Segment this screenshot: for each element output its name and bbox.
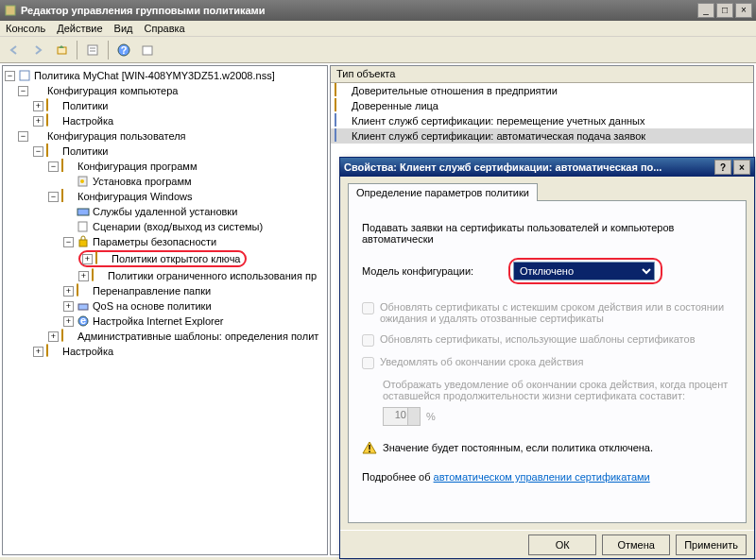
tree-restricted-policies[interactable]: Политики ограниченного использования пр xyxy=(108,270,317,281)
tree-qos[interactable]: QoS на основе политики xyxy=(93,300,212,312)
expand-icon[interactable]: + xyxy=(33,347,43,357)
more-info-link[interactable]: автоматическом управлении сертификатами xyxy=(434,471,650,483)
tree-pane[interactable]: −Политика MyChat [WIN-408YMY3DZ51.w2008.… xyxy=(2,65,328,555)
tree-windows-config[interactable]: Конфигурация Windows xyxy=(77,191,193,202)
toolbar: ? xyxy=(0,37,756,63)
list-item-label: Доверенные лица xyxy=(352,100,438,111)
tree-computer-config[interactable]: Конфигурация компьютера xyxy=(47,85,178,96)
tree-comp-settings[interactable]: Настройка xyxy=(62,115,113,127)
menu-view[interactable]: Вид xyxy=(114,23,133,34)
tree-pubkey-policies[interactable]: Политики открытого ключа xyxy=(112,253,240,264)
svg-text:e: e xyxy=(80,314,86,326)
collapse-icon[interactable]: − xyxy=(33,146,43,157)
list-item-label: Доверительные отношения в предприятии xyxy=(352,85,558,96)
collapse-icon[interactable]: − xyxy=(18,131,28,142)
collapse-icon[interactable]: − xyxy=(48,161,59,172)
menu-bar: Консоль Действие Вид Справка xyxy=(0,21,756,37)
tree-remote-services[interactable]: Службы удаленной установки xyxy=(93,206,237,217)
dialog-help-button[interactable]: ? xyxy=(714,160,731,175)
tree-scenarios[interactable]: Сценарии (вход/выход из системы) xyxy=(93,221,263,232)
more-info-prefix: Подробнее об xyxy=(362,471,434,483)
svg-rect-7 xyxy=(143,46,152,55)
options-button[interactable] xyxy=(82,40,103,60)
svg-rect-1 xyxy=(58,47,66,54)
checkbox-label: Обновлять сертификаты, использующие шабл… xyxy=(380,333,696,345)
collapse-icon[interactable]: − xyxy=(18,86,28,96)
tree-software-config[interactable]: Конфигурация программ xyxy=(77,161,197,172)
menu-console[interactable]: Консоль xyxy=(6,23,45,34)
highlight-oval: Отключено xyxy=(508,258,662,284)
description-text: Подавать заявки на сертификаты пользоват… xyxy=(362,222,732,245)
refresh-button[interactable] xyxy=(137,40,158,60)
svg-rect-14 xyxy=(78,304,88,310)
collapse-icon[interactable]: − xyxy=(48,192,59,202)
percent-unit: % xyxy=(426,411,436,422)
menu-action[interactable]: Действие xyxy=(57,23,102,34)
checkbox-renew-templates xyxy=(362,334,374,347)
list-item[interactable]: Клиент служб сертификации: перемещение у… xyxy=(331,113,753,128)
expand-icon[interactable]: + xyxy=(82,254,93,264)
expand-icon[interactable]: + xyxy=(78,271,89,281)
tree-admin-templates[interactable]: Административные шаблоны: определения по… xyxy=(77,331,318,342)
expand-icon[interactable]: + xyxy=(63,286,74,297)
list-item[interactable]: Клиент служб сертификации: автоматическа… xyxy=(331,128,753,144)
tree-software-install[interactable]: Установка программ xyxy=(93,176,192,187)
ok-button[interactable]: ОК xyxy=(528,535,596,555)
notify-description: Отображать уведомление об окончании срок… xyxy=(383,379,732,401)
tree-root[interactable]: Политика MyChat [WIN-408YMY3DZ51.w2008.n… xyxy=(34,70,275,81)
tab-policy-definition[interactable]: Определение параметров политики xyxy=(348,183,538,201)
menu-help[interactable]: Справка xyxy=(145,23,185,34)
config-model-label: Модель конфигурации: xyxy=(362,265,508,277)
expand-icon[interactable]: + xyxy=(63,316,74,327)
svg-text:!: ! xyxy=(368,443,371,454)
list-item-label: Клиент служб сертификации: автоматическа… xyxy=(352,130,645,142)
collapse-icon[interactable]: − xyxy=(63,237,74,247)
svg-rect-11 xyxy=(77,209,89,215)
checkbox-label: Обновлять сертификаты с истекшим сроком … xyxy=(380,301,732,324)
list-item[interactable]: Доверительные отношения в предприятии xyxy=(331,83,753,98)
app-icon xyxy=(4,4,17,17)
expand-icon[interactable]: + xyxy=(33,116,43,127)
svg-rect-13 xyxy=(79,240,87,246)
checkbox-notify-expiry xyxy=(362,357,374,369)
dialog-footer: ОК Отмена Применить xyxy=(340,530,754,558)
list-item[interactable]: Доверенные лица xyxy=(331,98,753,113)
expand-icon[interactable]: + xyxy=(48,331,59,342)
tree-user-policies[interactable]: Политики xyxy=(62,145,109,157)
cancel-button[interactable]: Отмена xyxy=(602,535,670,555)
tab-strip: Определение параметров политики xyxy=(348,182,747,200)
right-column-header[interactable]: Тип объекта xyxy=(331,66,753,83)
dialog-title: Свойства: Клиент служб сертификации: авт… xyxy=(344,161,713,173)
percent-spinner: 10 xyxy=(383,407,421,426)
dialog-titlebar[interactable]: Свойства: Клиент служб сертификации: авт… xyxy=(340,158,754,177)
expand-icon[interactable]: + xyxy=(63,301,74,312)
highlight-oval: +Политики открытого ключа xyxy=(78,250,247,267)
apply-button[interactable]: Применить xyxy=(676,535,747,555)
dialog-close-button[interactable]: × xyxy=(733,160,750,175)
svg-rect-8 xyxy=(20,71,29,80)
svg-rect-2 xyxy=(88,45,97,55)
svg-rect-0 xyxy=(6,6,15,15)
close-button[interactable]: × xyxy=(735,3,752,18)
tree-folder-redirect[interactable]: Перенаправление папки xyxy=(93,285,211,297)
tree-ie-settings[interactable]: Настройка Internet Explorer xyxy=(93,315,224,327)
help-toolbar-button[interactable]: ? xyxy=(113,40,134,60)
forward-button[interactable] xyxy=(27,40,48,60)
checkbox-label: Уведомлять об окончании срока действия xyxy=(380,356,583,367)
warning-icon: ! xyxy=(362,441,377,454)
tree-user-config[interactable]: Конфигурация пользователя xyxy=(47,130,186,142)
config-model-select[interactable]: Отключено xyxy=(513,262,655,280)
window-title: Редактор управления групповыми политикам… xyxy=(21,5,696,16)
main-titlebar: Редактор управления групповыми политикам… xyxy=(0,0,756,21)
maximize-button[interactable]: □ xyxy=(716,3,733,18)
minimize-button[interactable]: _ xyxy=(697,3,714,18)
collapse-icon[interactable]: − xyxy=(5,71,15,81)
back-button[interactable] xyxy=(4,40,25,60)
up-button[interactable] xyxy=(51,40,72,60)
expand-icon[interactable]: + xyxy=(33,101,43,111)
tree-user-settings[interactable]: Настройка xyxy=(62,346,113,357)
svg-rect-12 xyxy=(78,222,87,231)
tree-security-params[interactable]: Параметры безопасности xyxy=(93,236,216,247)
tree-comp-policies[interactable]: Политики xyxy=(62,100,109,111)
tab-panel: Подавать заявки на сертификаты пользоват… xyxy=(348,200,747,523)
